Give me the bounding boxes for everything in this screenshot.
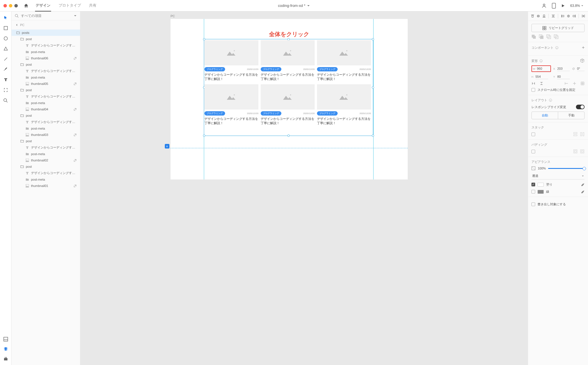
post-card[interactable]: プログラミング2020/12/20デザインからコーディングする方法を丁寧に解説！ [261,84,315,126]
tab-prototype[interactable]: プロトタイプ [58,0,82,11]
external-link-icon[interactable] [74,159,77,162]
chevron-down-icon[interactable] [74,14,77,17]
stroke-swatch[interactable] [537,190,544,194]
subtract-icon[interactable] [539,34,543,39]
opacity-value[interactable]: 100% [538,167,546,170]
layers-search[interactable] [11,11,80,20]
layer-item[interactable]: デザインからコーディングする方法… [11,119,80,125]
close-window-button[interactable] [3,4,7,7]
union-icon[interactable] [531,34,536,39]
maximize-window-button[interactable] [14,4,18,7]
fill-swatch[interactable] [537,183,544,187]
resize-handle[interactable] [372,86,374,89]
stack-horizontal-icon[interactable] [580,132,585,136]
distribute-h-icon[interactable] [582,14,585,18]
constrain-center-icon[interactable] [572,81,577,85]
align-bottom-icon[interactable] [542,14,546,18]
layer-item[interactable]: thumbnail04 [11,106,80,112]
zoom-dropdown[interactable]: 63.8% [570,4,583,8]
flip-v-icon[interactable] [539,81,543,85]
resize-handle[interactable] [372,134,374,137]
info-icon[interactable] [555,46,558,49]
layer-item[interactable]: thumbnail03 [11,132,80,138]
external-link-icon[interactable] [74,82,77,85]
align-vcenter-icon[interactable] [537,14,540,18]
pen-tool[interactable] [3,67,9,72]
post-card[interactable]: プログラミング2020/12/20デザインからコーディングする方法を丁寧に解説！ [204,84,258,126]
stack-vertical-icon[interactable] [573,132,578,136]
polygon-tool[interactable] [3,46,9,52]
external-link-icon[interactable] [74,184,77,188]
play-icon[interactable] [561,4,565,8]
stack-checkbox[interactable] [531,132,535,136]
artboard-label[interactable]: PC [171,14,175,18]
resize-handle[interactable] [287,134,290,137]
height-field[interactable]: 554 [535,74,548,79]
fill-checkbox[interactable]: ✓ [531,183,535,186]
layer-item[interactable]: thumbnail06 [11,55,80,61]
eyedropper-icon[interactable] [581,190,585,194]
assets-panel-icon[interactable] [3,336,9,342]
layer-item[interactable]: post [11,112,80,119]
tab-design[interactable]: デザイン [35,0,51,11]
layer-item[interactable]: post-meta [11,176,80,183]
layer-item[interactable]: デザインからコーディングする方法… [11,42,80,49]
resize-handle[interactable] [372,38,374,40]
select-tool[interactable] [3,15,9,21]
export-checkbox[interactable] [531,202,535,206]
constrain-left-icon[interactable] [564,81,568,85]
home-icon[interactable] [24,3,29,8]
layer-item[interactable]: thumbnail02 [11,157,80,163]
layer-item[interactable]: thumbnail05 [11,81,80,87]
opacity-slider[interactable] [548,168,585,169]
distribute-v-icon[interactable] [552,14,555,18]
minimize-window-button[interactable] [9,4,12,7]
layer-item[interactable]: デザインからコーディングする方法… [11,170,80,176]
layer-item[interactable]: post [11,87,80,93]
align-hcenter-icon[interactable] [567,14,570,18]
external-link-icon[interactable] [74,133,77,136]
layer-item[interactable]: post-meta [11,100,80,106]
layer-item[interactable]: post-meta [11,151,80,157]
layer-item[interactable]: posts [11,30,80,36]
layout-mode-segment[interactable]: 自動 手動 [531,112,585,119]
layer-item[interactable]: デザインからコーディングする方法… [11,68,80,74]
resize-handle[interactable] [203,134,205,137]
breadcrumb[interactable]: PC [11,20,80,30]
x-field[interactable]: 203 [557,66,570,71]
align-left-icon[interactable] [561,14,564,18]
external-link-icon[interactable] [74,57,77,60]
user-icon[interactable] [541,3,547,8]
mobile-preview-icon[interactable] [552,3,556,9]
layer-item[interactable]: post [11,61,80,68]
align-right-icon[interactable] [572,14,576,18]
line-tool[interactable] [3,56,9,62]
flip-h-icon[interactable] [531,81,535,85]
eyedropper-icon[interactable] [581,183,585,187]
plugins-panel-icon[interactable] [3,356,9,362]
constrain-full-icon[interactable] [581,81,585,85]
external-link-icon[interactable] [74,108,77,111]
post-card[interactable]: プログラミング2020/12/20デザインからコーディングする方法を丁寧に解説！ [204,40,258,81]
artboard-badge-icon[interactable]: ≡ [165,144,169,149]
3d-transform-icon[interactable] [580,58,585,63]
repeat-grid-button[interactable]: リピートグリッド [531,24,585,32]
layer-item[interactable]: thumbnail01 [11,183,80,189]
exclude-icon[interactable] [554,34,558,39]
stroke-checkbox[interactable] [531,190,535,194]
info-icon[interactable] [549,99,552,102]
post-card[interactable]: プログラミング2020/12/20デザインからコーディングする方法を丁寧に解説！ [317,40,371,81]
artboard[interactable]: 全体をクリック ≡ プログラミング2020/12/20デザインからコーディングす… [171,19,408,179]
layer-item[interactable]: post-meta [11,49,80,55]
layers-panel-icon[interactable] [3,346,9,352]
add-component-button[interactable]: + [582,45,585,50]
responsive-toggle[interactable] [576,105,585,109]
document-title[interactable]: coding-from-xd * [278,3,310,8]
layer-item[interactable]: post-meta [11,125,80,132]
layer-item[interactable]: デザインからコーディングする方法… [11,93,80,100]
layer-item[interactable]: デザインからコーディングする方法… [11,144,80,151]
layer-item[interactable]: post [11,163,80,170]
padding-same-icon[interactable] [573,149,578,154]
segment-manual[interactable]: 手動 [558,112,584,119]
artboard-tool[interactable] [3,87,9,93]
